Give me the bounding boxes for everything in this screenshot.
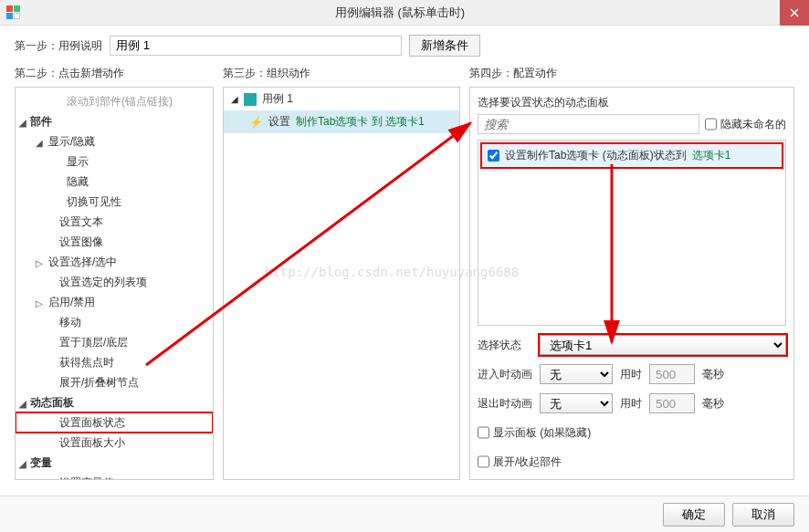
panel-list-item[interactable]: 设置制作Tab选项卡 (动态面板)状态到 选项卡1 — [482, 144, 782, 167]
panel-list: 设置制作Tab选项卡 (动态面板)状态到 选项卡1 — [478, 140, 786, 326]
cancel-button[interactable]: 取消 — [732, 503, 794, 527]
hide-unnamed-checkbox[interactable]: 隐藏未命名的 — [705, 114, 786, 134]
case-header[interactable]: ◢ 用例 1 — [224, 88, 459, 110]
app-icon — [5, 5, 20, 20]
item-state: 选项卡1 — [692, 148, 731, 163]
action-row[interactable]: ⚡ 设置 制作Tab选项卡 到 选项卡1 — [224, 110, 459, 133]
tree-item-enable[interactable]: ▷启用/禁用 — [16, 292, 213, 312]
select-state-label: 选择状态 — [478, 338, 532, 353]
case-name: 用例 1 — [262, 91, 293, 107]
title-bar: 用例编辑器 (鼠标单击时) — [0, 0, 809, 26]
tree-item-setimage[interactable]: 设置图像 — [16, 232, 213, 252]
enter-anim-label: 进入时动画 — [478, 367, 532, 382]
item-checkbox[interactable] — [488, 150, 499, 162]
close-button[interactable] — [780, 0, 809, 26]
enter-anim-dropdown[interactable]: 无 — [540, 364, 613, 384]
tree-item-setpanelsize[interactable]: 设置面板大小 — [16, 433, 213, 453]
item-text: 设置制作Tab选项卡 (动态面板)状态到 — [505, 148, 687, 163]
duration-label: 用时 — [620, 367, 642, 382]
duration-unit2: 毫秒 — [702, 396, 724, 412]
show-panel-checkbox[interactable]: 显示面板 (如果隐藏) — [478, 422, 591, 443]
tree-group-widget[interactable]: ◢部件 — [16, 111, 213, 131]
select-state-dropdown[interactable]: 选项卡1 — [540, 335, 786, 355]
footer: 确定 取消 — [0, 495, 809, 532]
step3-label: 第三步：组织动作 — [223, 66, 460, 81]
action-prefix: 设置 — [268, 114, 290, 130]
tree-item-settext[interactable]: 设置文本 — [16, 212, 213, 232]
tree-item-togglevis[interactable]: 切换可见性 — [16, 192, 213, 212]
step2-label: 第二步：点击新增动作 — [15, 66, 214, 81]
step4-label: 第四步：配置动作 — [469, 66, 794, 81]
exit-anim-label: 退出时动画 — [478, 396, 532, 412]
tree-item-hide[interactable]: 隐藏 — [16, 172, 213, 192]
search-input[interactable] — [478, 114, 699, 134]
duration-unit: 毫秒 — [702, 367, 724, 382]
exit-anim-dropdown[interactable]: 无 — [540, 393, 613, 413]
tree-item-setselected[interactable]: ▷设置选择/选中 — [16, 252, 213, 272]
case-name-input[interactable] — [110, 36, 402, 56]
tree-item-focus[interactable]: 获得焦点时 — [16, 352, 213, 372]
config-panel: 选择要设置状态的动态面板 隐藏未命名的 设置制作Tab选项卡 (动态面板)状态到… — [469, 87, 794, 480]
ok-button[interactable]: 确定 — [663, 503, 725, 527]
step1-label: 第一步：用例说明 — [15, 38, 102, 54]
bolt-icon: ⚡ — [249, 116, 263, 129]
tree-group-variable[interactable]: ◢变量 — [16, 453, 213, 473]
tree-item-setlist[interactable]: 设置选定的列表项 — [16, 272, 213, 292]
action-link: 制作Tab选项卡 到 选项卡1 — [296, 114, 425, 130]
add-condition-button[interactable]: 新增条件 — [409, 35, 480, 57]
organize-panel: ◢ 用例 1 ⚡ 设置 制作Tab选项卡 到 选项卡1 — [223, 87, 460, 480]
case-icon — [244, 93, 257, 106]
expand-collapse-checkbox[interactable]: 展开/收起部件 — [478, 452, 562, 472]
duration-label2: 用时 — [620, 396, 642, 412]
step1-row: 第一步：用例说明 新增条件 — [0, 26, 809, 66]
tree-item-move[interactable]: 移动 — [16, 312, 213, 332]
config-subtitle: 选择要设置状态的动态面板 — [478, 95, 786, 110]
window-title: 用例编辑器 (鼠标单击时) — [20, 5, 780, 21]
tree-group-showhide[interactable]: ◢显示/隐藏 — [16, 131, 213, 151]
tree-item-front[interactable]: 置于顶层/底层 — [16, 332, 213, 352]
tree-item-expandtree[interactable]: 展开/折叠树节点 — [16, 372, 213, 392]
tree-item-setvar[interactable]: 设置变量值 — [16, 473, 213, 480]
enter-duration-input — [649, 364, 695, 384]
tree-item[interactable]: 滚动到部件(锚点链接) — [16, 91, 213, 111]
tree-item-setpanelstate[interactable]: 设置面板状态 — [16, 412, 213, 433]
actions-tree-panel: 滚动到部件(锚点链接) ◢部件 ◢显示/隐藏 显示 隐藏 切换可见性 设置文本 … — [15, 87, 214, 480]
exit-duration-input — [649, 393, 695, 413]
tree-group-dynpanel[interactable]: ◢动态面板 — [16, 392, 213, 412]
tree-item-show[interactable]: 显示 — [16, 151, 213, 172]
